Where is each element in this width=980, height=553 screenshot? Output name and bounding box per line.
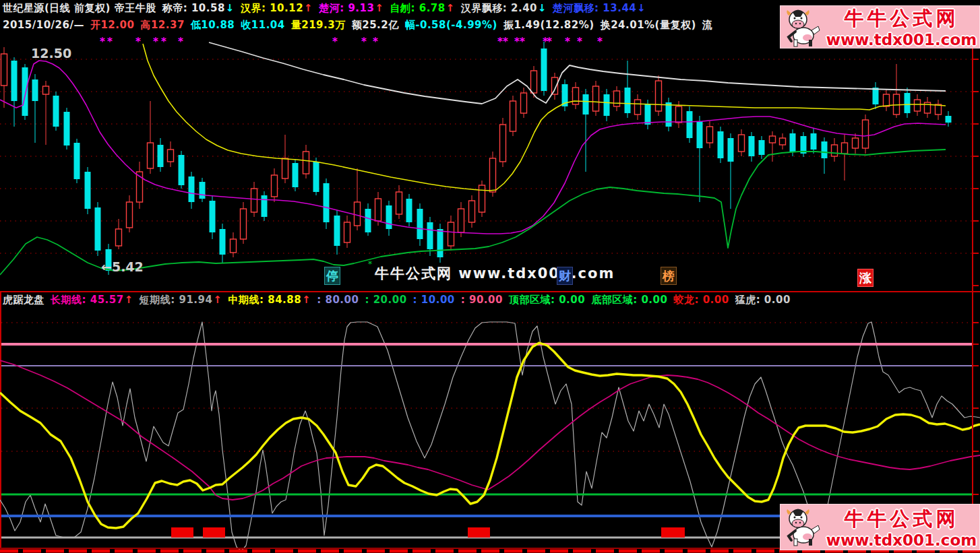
quote-field-seg-10: 流: [702, 19, 713, 31]
svg-text:*: *: [161, 36, 166, 48]
price-label-low: ←5.42: [101, 259, 144, 274]
indicator-field-seg-0: 虎踞龙盘: [3, 294, 44, 306]
svg-text:*: *: [107, 36, 113, 48]
badge-涨[interactable]: 涨: [857, 269, 874, 287]
quote-field-seg-2: 高12.37: [140, 19, 184, 31]
indicator-field-seg-8: : 20.00: [365, 294, 406, 306]
quote-field-seg-4: ↑: [304, 2, 313, 14]
svg-text:*: *: [514, 36, 520, 48]
indicator-field-seg-13: 蛟龙: 0.00: [673, 294, 729, 306]
badge-停[interactable]: 停: [324, 267, 340, 285]
svg-text:*: *: [178, 36, 183, 48]
logo-box-top[interactable]: 牛牛公式网 www.tdx001.com: [780, 5, 980, 48]
indicator-field-seg-11: 顶部区域: 0.00: [509, 294, 585, 306]
svg-text:*: *: [577, 36, 582, 48]
quote-field-seg-3: 低10.88: [191, 19, 235, 31]
indicator-field-seg-9: : 10.00: [413, 294, 455, 306]
svg-text:*: *: [565, 36, 570, 48]
quote-field-seg-0: 世纪星源(日线 前复权) 帝王牛股: [3, 2, 156, 14]
svg-text:*: *: [135, 36, 141, 48]
stock-app-screen: ******************* 世纪星源(日线 前复权) 帝王牛股称帝:…: [0, 0, 980, 553]
badge-财[interactable]: 财: [557, 267, 573, 285]
indicator-field-seg-14: 猛虎: 0.00: [735, 294, 791, 306]
logo-url: www.tdx001.com: [824, 31, 979, 48]
watermark-text: 牛牛公式网 www.tdx001.com: [375, 264, 615, 283]
svg-text:*: *: [332, 36, 338, 48]
indicator-field-seg-4: ↑: [213, 294, 222, 306]
quote-field-seg-9: 换24.01%(量复权): [601, 19, 696, 31]
quote-field-seg-12: ↓: [637, 2, 646, 14]
quote-field-seg-5: 量219.3万: [291, 19, 346, 31]
quote-field-seg-8: 振1.49(12.82%): [503, 19, 594, 31]
quote-header-row2: 2015/10/26/—开12.00高12.37低10.88收11.04量219…: [3, 19, 718, 32]
indicator-header-row[interactable]: 虎踞龙盘长期线: 45.57↑短期线: 91.94↑中期线: 84.88↑: 8…: [3, 294, 797, 306]
quote-field-seg-10: ↓: [538, 2, 547, 14]
svg-text:*: *: [497, 36, 503, 48]
quote-field-seg-3: 汉界: 10.12: [241, 2, 303, 14]
indicator-field-seg-5: 中期线: 84.88: [228, 294, 302, 306]
indicator-field-seg-3: 短期线: 91.94: [140, 294, 213, 306]
svg-text:*: *: [100, 36, 105, 48]
cow-icon: [780, 505, 824, 550]
indicator-field-seg-12: 底部区域: 0.00: [591, 294, 667, 306]
indicator-field-seg-2: ↑: [125, 294, 133, 306]
quote-header-row1: 世纪星源(日线 前复权) 帝王牛股称帝: 10.58↓汉界: 10.12↑楚河:…: [3, 2, 652, 15]
indicator-field-seg-10: : 90.00: [461, 294, 503, 306]
svg-text:*: *: [520, 36, 525, 48]
quote-field-seg-9: 汉界飘移: 2.40: [461, 2, 537, 14]
quote-field-seg-2: ↓: [226, 2, 235, 14]
svg-text:*: *: [361, 36, 367, 48]
price-label-high: 12.50: [31, 46, 71, 61]
svg-text:*: *: [153, 36, 158, 48]
indicator-field-seg-1: 长期线: 45.57: [51, 294, 124, 306]
logo-url: www.tdx001.com: [824, 531, 979, 549]
indicator-field-seg-6: ↑: [302, 294, 311, 306]
logo-title: 牛牛公式网: [824, 5, 979, 32]
quote-field-seg-1: 称帝: 10.58: [162, 2, 225, 14]
quote-field-seg-7: 幅-0.58(-4.99%): [405, 19, 497, 31]
indicator-field-seg-7: : 80.00: [317, 294, 359, 306]
svg-text:*: *: [503, 36, 508, 48]
quote-field-seg-4: 收11.04: [241, 19, 284, 31]
quote-field-seg-6: ↑: [375, 2, 384, 14]
badge-榜[interactable]: 榜: [661, 267, 677, 285]
quote-field-seg-1: 开12.00: [90, 19, 134, 31]
quote-field-seg-8: ↑: [446, 2, 455, 14]
quote-field-seg-0: 2015/10/26/—: [3, 19, 84, 31]
quote-field-seg-11: 楚河飘移: 13.44: [553, 2, 636, 14]
svg-text:*: *: [547, 36, 552, 48]
quote-field-seg-7: 自刎: 6.78: [390, 2, 445, 14]
svg-text:*: *: [373, 36, 378, 48]
quote-field-seg-5: 楚河: 9.13: [319, 2, 374, 14]
logo-title: 牛牛公式网: [824, 506, 979, 533]
cow-icon: [780, 6, 824, 48]
quote-field-seg-6: 额25.2亿: [352, 19, 399, 31]
svg-text:*: *: [597, 36, 603, 48]
logo-box-bottom[interactable]: 牛牛公式网 www.tdx001.com: [780, 504, 980, 550]
